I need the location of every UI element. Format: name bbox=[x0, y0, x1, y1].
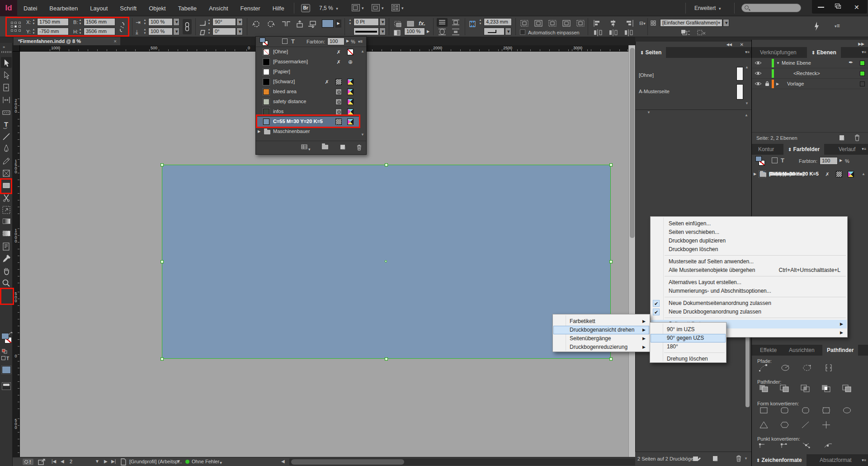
reverse-path-icon[interactable] bbox=[823, 363, 835, 373]
selection-handle[interactable] bbox=[609, 357, 613, 361]
close-panel-icon[interactable]: ✕ bbox=[740, 42, 744, 47]
master-a-label[interactable]: A-Musterseite bbox=[639, 89, 670, 94]
tab-align[interactable]: Ausrichten bbox=[784, 345, 819, 356]
effects-fx-button[interactable]: fx. bbox=[419, 20, 425, 27]
layer-square[interactable] bbox=[860, 81, 865, 86]
formatting-affects-icons[interactable]: T bbox=[1, 356, 9, 361]
selection-center-point[interactable] bbox=[385, 260, 387, 262]
align-more-dropdown[interactable]: ⊟▾ bbox=[639, 20, 646, 26]
note-tool[interactable] bbox=[1, 240, 12, 251]
chevron-down-icon[interactable]: ▾ bbox=[401, 6, 404, 10]
width-stepper[interactable]: ▲▼ bbox=[78, 18, 82, 26]
chevron-down-icon[interactable]: ▾ bbox=[220, 460, 222, 465]
gradient-feather-tool[interactable] bbox=[1, 228, 12, 239]
page-tool[interactable] bbox=[1, 81, 12, 92]
first-page-icon[interactable]: |◀ bbox=[52, 459, 56, 464]
menu-item-druckbogen-duplizieren[interactable]: Druckbogen duplizieren bbox=[651, 237, 847, 245]
selection-handle[interactable] bbox=[609, 163, 613, 166]
menu-item-musterseite-auf-seiten-anwenden-[interactable]: Musterseite auf Seiten anwenden... bbox=[651, 257, 847, 266]
intersect-icon[interactable] bbox=[800, 384, 811, 394]
scale-y-field[interactable]: 100 % bbox=[148, 28, 173, 35]
tab-effects[interactable]: Effekte bbox=[755, 345, 781, 356]
align-center-h-button[interactable] bbox=[608, 19, 619, 28]
delete-page-icon[interactable] bbox=[736, 455, 742, 462]
fill-flyout-arrow[interactable]: ▶ bbox=[335, 19, 341, 28]
preflight-icon[interactable]: ! bbox=[23, 459, 33, 465]
fit-frame-button[interactable] bbox=[561, 19, 572, 28]
reference-point-proxy[interactable] bbox=[10, 21, 22, 33]
gradient-tool[interactable] bbox=[1, 216, 12, 227]
convert-point-0-icon[interactable] bbox=[758, 441, 770, 451]
close-path-icon[interactable] bbox=[802, 363, 813, 373]
swatch-row-papier[interactable]: [Papier] bbox=[256, 67, 360, 77]
eyedropper-tool[interactable] bbox=[1, 252, 12, 263]
type-tool[interactable]: T bbox=[1, 118, 12, 129]
wrap-shape-button[interactable] bbox=[437, 28, 448, 36]
chevron-down-icon[interactable]: ▾ bbox=[382, 6, 384, 10]
menu-item-drehung-löschen[interactable]: Drehung löschen bbox=[651, 355, 726, 363]
width-field[interactable]: 1506 mm bbox=[84, 18, 115, 26]
apply-gradient-button[interactable] bbox=[2, 382, 11, 390]
menu-bearbeiten[interactable]: Bearbeiten bbox=[49, 5, 78, 12]
collapse-icon[interactable]: ▼ bbox=[776, 61, 780, 65]
rotation-stepper[interactable]: ▲▼ bbox=[207, 18, 211, 26]
swatch-row-bleedarea[interactable]: bleed area bbox=[256, 87, 360, 97]
tab-paragraph-styles[interactable]: Absatzformat bbox=[815, 454, 856, 466]
scroll-up-icon[interactable]: ▲ bbox=[745, 113, 748, 117]
selection-handle[interactable] bbox=[385, 357, 388, 361]
swatch-views-icon[interactable]: ▾ bbox=[301, 144, 311, 152]
convert-shape-4-icon[interactable] bbox=[841, 405, 853, 415]
stroke-weight-dropdown[interactable]: ▾ bbox=[379, 18, 386, 26]
restore-button[interactable] bbox=[830, 0, 848, 14]
fill-frame-prop-button[interactable] bbox=[533, 19, 544, 28]
menu-item-alle-musterseitenobjekte-übergehen[interactable]: Alle Musterseitenobjekte übergehenCtrl+A… bbox=[651, 266, 847, 275]
shear-dropdown[interactable]: ▾ bbox=[236, 28, 243, 35]
scale-y-dropdown[interactable]: ▾ bbox=[173, 28, 179, 35]
edit-page-size-icon[interactable] bbox=[692, 455, 701, 462]
link-scales-icon[interactable] bbox=[183, 19, 192, 34]
content-collector-tool[interactable] bbox=[1, 106, 12, 117]
fill-stroke-proxy-small[interactable] bbox=[755, 156, 766, 166]
join-path-icon[interactable] bbox=[758, 363, 770, 373]
last-page-icon[interactable]: ▶| bbox=[111, 459, 116, 464]
opacity-field[interactable]: 100 % bbox=[404, 28, 425, 35]
swatch-row-infos[interactable]: infos bbox=[256, 107, 360, 117]
panel-menu-icon[interactable]: ▾≡ bbox=[745, 50, 750, 54]
document-tab[interactable]: *Firmenfahnen.indd @ 8 %× bbox=[14, 37, 120, 45]
select-container-icon[interactable] bbox=[295, 20, 305, 28]
layer-selected-square[interactable] bbox=[860, 71, 865, 76]
menu-item-druckbogenreduzierung[interactable]: Druckbogenreduzierung▶ bbox=[553, 343, 649, 352]
add-icon[interactable] bbox=[758, 384, 770, 394]
zoom-level-dropdown[interactable]: 7,5 % ▾ bbox=[319, 5, 338, 11]
center-content-button[interactable] bbox=[575, 19, 586, 28]
layer-row-meineebene[interactable]: ▼Meine Ebene✒ bbox=[752, 58, 868, 68]
height-stepper[interactable]: ▲▼ bbox=[78, 28, 82, 35]
tab-links[interactable]: Verknüpfungen bbox=[755, 47, 801, 58]
transparency-icon[interactable] bbox=[406, 20, 415, 28]
swatch-row-passermarken[interactable]: [Passermarken]⊕✗ bbox=[256, 57, 360, 67]
tint-field[interactable]: 100 bbox=[820, 157, 838, 165]
scale-y-stepper[interactable]: ▲▼ bbox=[143, 28, 147, 35]
clear-overrides-icon[interactable] bbox=[680, 29, 690, 36]
wrap-bounding-button[interactable] bbox=[450, 18, 461, 27]
menu-item-90°-im-uzs[interactable]: 90° im UZS bbox=[651, 325, 726, 334]
panel-grip[interactable] bbox=[1, 51, 11, 53]
layer-row-vorlage[interactable]: ▶Vorlage bbox=[752, 79, 868, 89]
tab-stroke[interactable]: Kontur bbox=[754, 144, 778, 155]
fit-content-button[interactable] bbox=[547, 19, 558, 28]
apply-color-button[interactable] bbox=[2, 366, 11, 374]
formatting-container-icon[interactable] bbox=[282, 38, 288, 44]
minus-back-icon[interactable] bbox=[841, 384, 853, 394]
bridge-icon[interactable]: Br bbox=[301, 4, 310, 12]
vertical-ruler[interactable]: 2 0 0 01 5 0 01 0 0 05 0 005 0 0 bbox=[13, 52, 20, 457]
scrollbar-thumb[interactable] bbox=[630, 48, 635, 238]
corner-style-arrow[interactable]: ▾ bbox=[505, 28, 511, 35]
open-path-icon[interactable] bbox=[780, 363, 792, 373]
corner-radius-stepper[interactable]: ▲▼ bbox=[478, 18, 482, 26]
expand-icon[interactable]: ▶ bbox=[258, 129, 260, 133]
rectangle-tool[interactable] bbox=[1, 179, 12, 190]
menu-item-alternatives-layout-erstellen-[interactable]: Alternatives Layout erstellen... bbox=[651, 278, 847, 287]
menu-item-seiten-einfügen-[interactable]: Seiten einfügen... bbox=[651, 219, 847, 228]
scissors-tool[interactable] bbox=[1, 191, 12, 202]
tab-gradient[interactable]: Verlauf bbox=[834, 144, 860, 155]
